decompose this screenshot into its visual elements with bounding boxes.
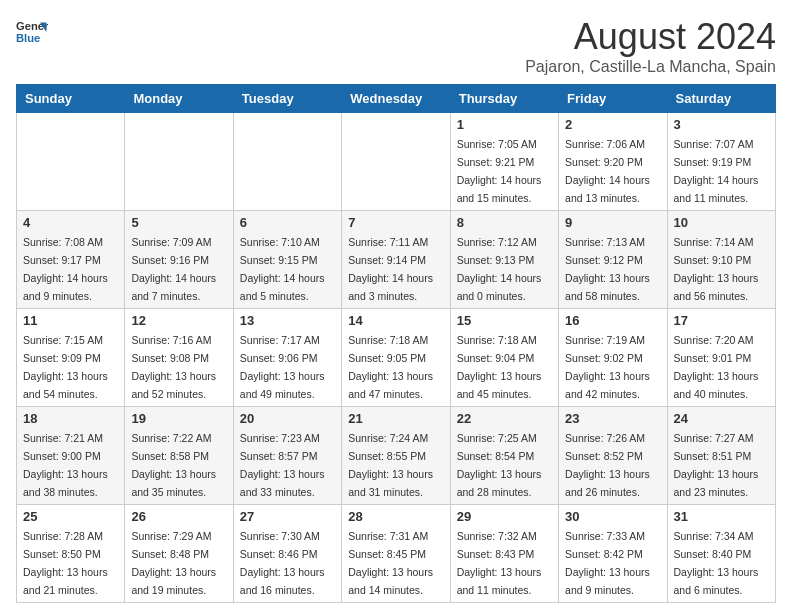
day-number: 17 [674, 313, 769, 328]
day-number: 6 [240, 215, 335, 230]
day-number: 28 [348, 509, 443, 524]
day-info: Sunrise: 7:08 AM Sunset: 9:17 PM Dayligh… [23, 236, 108, 302]
day-number: 11 [23, 313, 118, 328]
day-info: Sunrise: 7:33 AM Sunset: 8:42 PM Dayligh… [565, 530, 650, 596]
weekday-header-sunday: Sunday [17, 85, 125, 113]
title-section: August 2024 Pajaron, Castille-La Mancha,… [525, 16, 776, 76]
day-number: 20 [240, 411, 335, 426]
calendar-cell: 17Sunrise: 7:20 AM Sunset: 9:01 PM Dayli… [667, 309, 775, 407]
calendar-cell: 14Sunrise: 7:18 AM Sunset: 9:05 PM Dayli… [342, 309, 450, 407]
day-info: Sunrise: 7:25 AM Sunset: 8:54 PM Dayligh… [457, 432, 542, 498]
calendar-cell: 11Sunrise: 7:15 AM Sunset: 9:09 PM Dayli… [17, 309, 125, 407]
week-row-2: 4Sunrise: 7:08 AM Sunset: 9:17 PM Daylig… [17, 211, 776, 309]
day-info: Sunrise: 7:27 AM Sunset: 8:51 PM Dayligh… [674, 432, 759, 498]
weekday-header-tuesday: Tuesday [233, 85, 341, 113]
day-info: Sunrise: 7:20 AM Sunset: 9:01 PM Dayligh… [674, 334, 759, 400]
calendar-cell: 9Sunrise: 7:13 AM Sunset: 9:12 PM Daylig… [559, 211, 667, 309]
calendar-cell: 19Sunrise: 7:22 AM Sunset: 8:58 PM Dayli… [125, 407, 233, 505]
day-info: Sunrise: 7:23 AM Sunset: 8:57 PM Dayligh… [240, 432, 325, 498]
day-number: 12 [131, 313, 226, 328]
weekday-header-row: SundayMondayTuesdayWednesdayThursdayFrid… [17, 85, 776, 113]
calendar-cell [342, 113, 450, 211]
day-number: 16 [565, 313, 660, 328]
day-info: Sunrise: 7:22 AM Sunset: 8:58 PM Dayligh… [131, 432, 216, 498]
weekday-header-saturday: Saturday [667, 85, 775, 113]
day-info: Sunrise: 7:34 AM Sunset: 8:40 PM Dayligh… [674, 530, 759, 596]
day-info: Sunrise: 7:24 AM Sunset: 8:55 PM Dayligh… [348, 432, 433, 498]
week-row-1: 1Sunrise: 7:05 AM Sunset: 9:21 PM Daylig… [17, 113, 776, 211]
day-info: Sunrise: 7:11 AM Sunset: 9:14 PM Dayligh… [348, 236, 433, 302]
month-title: August 2024 [525, 16, 776, 58]
calendar-cell: 20Sunrise: 7:23 AM Sunset: 8:57 PM Dayli… [233, 407, 341, 505]
day-info: Sunrise: 7:12 AM Sunset: 9:13 PM Dayligh… [457, 236, 542, 302]
calendar-cell: 31Sunrise: 7:34 AM Sunset: 8:40 PM Dayli… [667, 505, 775, 603]
calendar-cell: 7Sunrise: 7:11 AM Sunset: 9:14 PM Daylig… [342, 211, 450, 309]
calendar-cell: 18Sunrise: 7:21 AM Sunset: 9:00 PM Dayli… [17, 407, 125, 505]
week-row-4: 18Sunrise: 7:21 AM Sunset: 9:00 PM Dayli… [17, 407, 776, 505]
calendar-cell: 26Sunrise: 7:29 AM Sunset: 8:48 PM Dayli… [125, 505, 233, 603]
calendar-cell: 6Sunrise: 7:10 AM Sunset: 9:15 PM Daylig… [233, 211, 341, 309]
day-number: 19 [131, 411, 226, 426]
weekday-header-friday: Friday [559, 85, 667, 113]
day-number: 21 [348, 411, 443, 426]
calendar-cell: 22Sunrise: 7:25 AM Sunset: 8:54 PM Dayli… [450, 407, 558, 505]
weekday-header-thursday: Thursday [450, 85, 558, 113]
day-info: Sunrise: 7:18 AM Sunset: 9:04 PM Dayligh… [457, 334, 542, 400]
weekday-header-wednesday: Wednesday [342, 85, 450, 113]
calendar-cell: 24Sunrise: 7:27 AM Sunset: 8:51 PM Dayli… [667, 407, 775, 505]
calendar-cell: 16Sunrise: 7:19 AM Sunset: 9:02 PM Dayli… [559, 309, 667, 407]
calendar-cell: 29Sunrise: 7:32 AM Sunset: 8:43 PM Dayli… [450, 505, 558, 603]
day-number: 29 [457, 509, 552, 524]
calendar-cell: 21Sunrise: 7:24 AM Sunset: 8:55 PM Dayli… [342, 407, 450, 505]
logo-icon: General Blue [16, 16, 48, 48]
weekday-header-monday: Monday [125, 85, 233, 113]
calendar-cell [125, 113, 233, 211]
day-info: Sunrise: 7:17 AM Sunset: 9:06 PM Dayligh… [240, 334, 325, 400]
calendar-cell: 13Sunrise: 7:17 AM Sunset: 9:06 PM Dayli… [233, 309, 341, 407]
day-info: Sunrise: 7:09 AM Sunset: 9:16 PM Dayligh… [131, 236, 216, 302]
calendar-cell: 3Sunrise: 7:07 AM Sunset: 9:19 PM Daylig… [667, 113, 775, 211]
calendar-table: SundayMondayTuesdayWednesdayThursdayFrid… [16, 84, 776, 603]
day-number: 26 [131, 509, 226, 524]
week-row-5: 25Sunrise: 7:28 AM Sunset: 8:50 PM Dayli… [17, 505, 776, 603]
logo: General Blue [16, 16, 48, 48]
day-info: Sunrise: 7:07 AM Sunset: 9:19 PM Dayligh… [674, 138, 759, 204]
calendar-cell: 23Sunrise: 7:26 AM Sunset: 8:52 PM Dayli… [559, 407, 667, 505]
calendar-cell: 12Sunrise: 7:16 AM Sunset: 9:08 PM Dayli… [125, 309, 233, 407]
day-number: 23 [565, 411, 660, 426]
day-info: Sunrise: 7:19 AM Sunset: 9:02 PM Dayligh… [565, 334, 650, 400]
day-number: 13 [240, 313, 335, 328]
calendar-cell: 15Sunrise: 7:18 AM Sunset: 9:04 PM Dayli… [450, 309, 558, 407]
calendar-cell: 8Sunrise: 7:12 AM Sunset: 9:13 PM Daylig… [450, 211, 558, 309]
calendar-cell: 5Sunrise: 7:09 AM Sunset: 9:16 PM Daylig… [125, 211, 233, 309]
day-info: Sunrise: 7:21 AM Sunset: 9:00 PM Dayligh… [23, 432, 108, 498]
day-info: Sunrise: 7:31 AM Sunset: 8:45 PM Dayligh… [348, 530, 433, 596]
day-number: 3 [674, 117, 769, 132]
day-number: 8 [457, 215, 552, 230]
calendar-cell [17, 113, 125, 211]
calendar-cell: 2Sunrise: 7:06 AM Sunset: 9:20 PM Daylig… [559, 113, 667, 211]
day-number: 30 [565, 509, 660, 524]
day-number: 24 [674, 411, 769, 426]
day-number: 5 [131, 215, 226, 230]
day-info: Sunrise: 7:14 AM Sunset: 9:10 PM Dayligh… [674, 236, 759, 302]
day-info: Sunrise: 7:10 AM Sunset: 9:15 PM Dayligh… [240, 236, 325, 302]
day-number: 22 [457, 411, 552, 426]
day-info: Sunrise: 7:28 AM Sunset: 8:50 PM Dayligh… [23, 530, 108, 596]
day-info: Sunrise: 7:05 AM Sunset: 9:21 PM Dayligh… [457, 138, 542, 204]
day-number: 25 [23, 509, 118, 524]
day-number: 7 [348, 215, 443, 230]
day-info: Sunrise: 7:06 AM Sunset: 9:20 PM Dayligh… [565, 138, 650, 204]
day-info: Sunrise: 7:26 AM Sunset: 8:52 PM Dayligh… [565, 432, 650, 498]
day-number: 31 [674, 509, 769, 524]
calendar-cell: 10Sunrise: 7:14 AM Sunset: 9:10 PM Dayli… [667, 211, 775, 309]
day-number: 10 [674, 215, 769, 230]
day-number: 9 [565, 215, 660, 230]
calendar-cell: 30Sunrise: 7:33 AM Sunset: 8:42 PM Dayli… [559, 505, 667, 603]
day-info: Sunrise: 7:13 AM Sunset: 9:12 PM Dayligh… [565, 236, 650, 302]
day-info: Sunrise: 7:18 AM Sunset: 9:05 PM Dayligh… [348, 334, 433, 400]
day-number: 2 [565, 117, 660, 132]
day-number: 18 [23, 411, 118, 426]
calendar-cell: 28Sunrise: 7:31 AM Sunset: 8:45 PM Dayli… [342, 505, 450, 603]
day-info: Sunrise: 7:30 AM Sunset: 8:46 PM Dayligh… [240, 530, 325, 596]
